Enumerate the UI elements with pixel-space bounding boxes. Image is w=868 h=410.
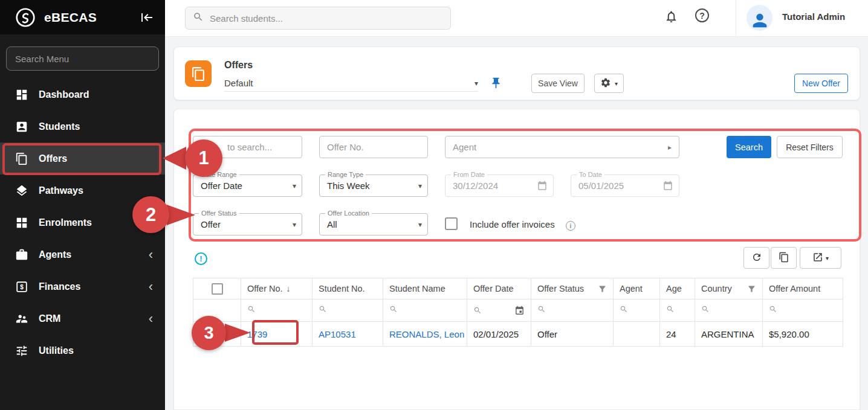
refresh-icon	[751, 252, 762, 264]
sidebar-item-students[interactable]: Students	[0, 111, 165, 143]
chevron-left-icon: ‹	[149, 248, 153, 261]
sort-desc-icon: ↓	[287, 284, 291, 293]
student-search-input[interactable]	[210, 13, 443, 24]
notifications-bell-icon[interactable]	[664, 10, 678, 24]
to-date-field[interactable]: To Date 05/01/2025	[571, 175, 679, 197]
col-agent[interactable]: Agent	[614, 278, 660, 299]
text-search-input[interactable]	[193, 136, 302, 158]
sidebar-item-label: Agents	[39, 249, 138, 260]
dashboard-icon	[15, 88, 28, 101]
sidebar-item-agents[interactable]: Agents ‹	[0, 239, 165, 271]
offers-header-card: Offers Default ▾ Save View ▾ New Offer	[173, 46, 860, 100]
date-range-select[interactable]: Date Range Offer Date ▾	[193, 175, 302, 197]
finances-icon: $	[15, 280, 28, 293]
include-invoices-checkbox[interactable]	[445, 217, 458, 230]
students-icon	[15, 120, 28, 133]
col-offer-no[interactable]: Offer No.↓	[241, 278, 313, 299]
table-row[interactable]: 1739 AP10531 REONALDS, Leon 02/01/2025 O…	[193, 322, 843, 347]
topbar-divider	[736, 0, 736, 37]
offer-date-column-filter[interactable]	[467, 299, 531, 322]
offer-no-input[interactable]	[319, 136, 428, 158]
select-all-header[interactable]	[193, 278, 241, 299]
gear-icon	[600, 77, 611, 90]
offer-status-select[interactable]: Offer Status Offer ▾	[193, 213, 302, 235]
chevron-right-icon: ▸	[668, 143, 672, 152]
menu-search-input[interactable]	[6, 46, 159, 71]
agent-select[interactable]: Agent ▸	[445, 136, 679, 158]
to-date-value: 05/01/2025	[578, 175, 624, 196]
chevron-down-icon: ▾	[293, 220, 296, 229]
search-button[interactable]: Search	[727, 136, 771, 158]
date-range-value: Offer Date	[201, 175, 242, 196]
view-selector[interactable]: Default ▾	[224, 75, 478, 92]
from-date-value: 30/12/2024	[453, 175, 498, 196]
pin-view-icon[interactable]	[490, 77, 502, 89]
copy-button[interactable]	[771, 247, 797, 269]
student-no-link[interactable]: AP10531	[319, 329, 356, 339]
sidebar-item-offers[interactable]: Offers	[0, 143, 165, 175]
sidebar-item-utilities[interactable]: Utilities	[0, 335, 165, 367]
student-name-link[interactable]: REONALDS, Leon	[389, 329, 464, 339]
export-button[interactable]: ▾	[800, 247, 841, 269]
offer-status-column-filter[interactable]	[531, 299, 614, 322]
copy-icon	[779, 252, 789, 264]
filter-icon[interactable]	[747, 284, 756, 293]
offer-status-cell: Offer	[531, 322, 614, 347]
col-offer-status[interactable]: Offer Status	[531, 278, 614, 299]
sidebar-item-label: Enrolments	[39, 217, 153, 228]
sidebar-item-label: CRM	[39, 313, 138, 324]
export-icon	[812, 252, 823, 264]
panel-title: Offers	[224, 60, 253, 71]
sidebar: eBECAS Dashboard Students Offers Pathway…	[0, 0, 165, 410]
reset-filters-button[interactable]: Reset Filters	[777, 136, 843, 158]
help-icon[interactable]: ?	[695, 8, 709, 22]
filter-icon[interactable]	[598, 284, 607, 293]
sidebar-item-dashboard[interactable]: Dashboard	[0, 78, 165, 111]
calendar-icon[interactable]	[514, 306, 525, 316]
chevron-down-icon: ▾	[615, 80, 618, 87]
col-offer-date[interactable]: Offer Date	[467, 278, 531, 299]
offer-no-column-filter[interactable]	[241, 299, 313, 322]
offer-no-link[interactable]: 1739	[247, 329, 267, 339]
col-country[interactable]: Country	[695, 278, 763, 299]
offer-location-value: All	[327, 214, 337, 235]
view-selector-value: Default	[224, 78, 253, 88]
student-search	[185, 7, 451, 30]
view-settings-button[interactable]: ▾	[594, 74, 624, 93]
search-icon	[193, 11, 204, 25]
save-view-button[interactable]: Save View	[531, 74, 585, 93]
sidebar-item-pathways[interactable]: Pathways	[0, 175, 165, 207]
chevron-down-icon: ▾	[418, 182, 422, 190]
student-no-column-filter[interactable]	[313, 299, 383, 322]
agent-column-filter[interactable]	[614, 299, 660, 322]
from-date-field[interactable]: From Date 30/12/2024	[445, 175, 554, 197]
col-student-no[interactable]: Student No.	[313, 278, 383, 299]
grid-info-icon[interactable]: !	[195, 252, 207, 265]
age-column-filter[interactable]	[660, 299, 695, 322]
offers-icon	[15, 152, 28, 165]
chevron-down-icon: ▾	[293, 182, 296, 190]
select-all-checkbox[interactable]	[212, 283, 223, 295]
offer-amount-column-filter[interactable]	[763, 299, 843, 322]
student-name-column-filter[interactable]	[383, 299, 467, 322]
sidebar-collapse-icon[interactable]	[140, 10, 154, 25]
new-offer-button[interactable]: New Offer	[794, 74, 848, 93]
search-icon	[666, 305, 675, 315]
country-column-filter[interactable]	[695, 299, 763, 322]
info-icon: i	[566, 221, 575, 231]
offer-location-select[interactable]: Offer Location All ▾	[319, 213, 428, 235]
sidebar-item-enrolments[interactable]: Enrolments	[0, 207, 165, 239]
refresh-button[interactable]	[743, 247, 769, 269]
col-offer-amount[interactable]: Offer Amount	[763, 278, 843, 299]
offer-status-value: Offer	[201, 214, 221, 235]
sidebar-item-finances[interactable]: $ Finances ‹	[0, 271, 165, 303]
search-icon	[247, 305, 256, 315]
range-type-select[interactable]: Range Type This Week ▾	[319, 175, 428, 197]
user-avatar[interactable]	[747, 5, 772, 31]
col-student-name[interactable]: Student Name	[383, 278, 467, 299]
sidebar-item-crm[interactable]: CRM ‹	[0, 303, 165, 335]
col-age[interactable]: Age	[660, 278, 695, 299]
sidebar-nav: Dashboard Students Offers Pathways Enrol…	[0, 78, 165, 367]
chevron-left-icon: ‹	[149, 312, 153, 325]
row-select-cell[interactable]	[193, 322, 241, 347]
